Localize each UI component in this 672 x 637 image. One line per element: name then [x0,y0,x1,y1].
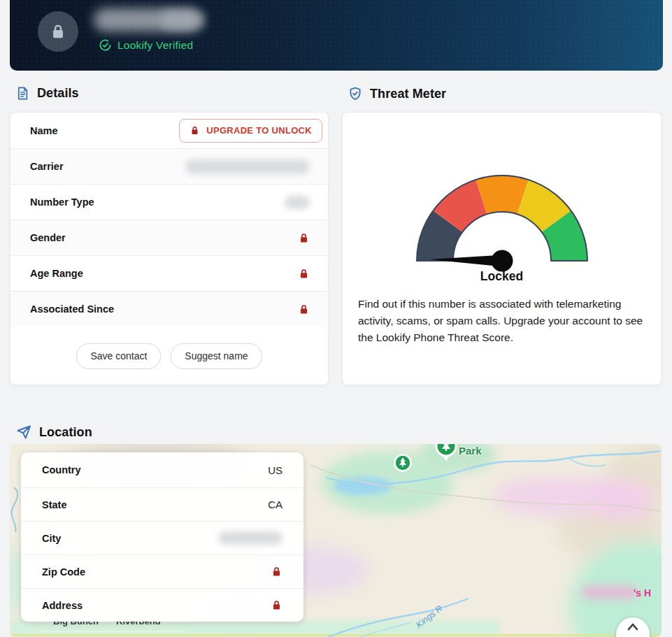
detail-label: Age Range [30,268,83,279]
lock-icon [298,232,310,244]
location-label: Zip Code [42,566,85,578]
threat-gauge [415,169,589,274]
map-blurred-area [592,479,655,521]
location-row-address: Address [21,588,303,622]
verified-label: Lookify Verified [117,39,193,52]
details-heading: Details [15,86,79,101]
location-label: State [42,499,66,510]
save-contact-button[interactable]: Save contact [76,343,161,369]
detail-row-age-range: Age Range [10,255,328,291]
document-icon [15,86,30,101]
threat-description: Find out if this number is associated wi… [358,296,649,346]
location-heading: Location [15,424,92,441]
location-title: Location [39,425,92,440]
location-row-city: City [21,521,303,554]
check-circle-icon [99,38,112,52]
upgrade-label: UPGRADE TO UNLOCK [206,125,312,136]
threat-meter-title: Threat Meter [370,87,446,101]
blurred-value [218,531,283,545]
location-label: Country [42,464,81,475]
location-card: Country US State CA City Zip Code Addres… [21,452,303,622]
detail-label: Associated Since [30,303,114,315]
details-card: Name UPGRADE TO UNLOCK Carrier Number Ty… [10,112,329,385]
detail-label: Number Type [30,196,94,208]
detail-label: Gender [30,232,66,243]
location-label: City [42,533,61,544]
map-canvas[interactable]: Park Big Bunch Riverbend Kings R 's H Co… [10,444,662,637]
detail-row-name: Name UPGRADE TO UNLOCK [10,113,328,148]
park-pin-icon[interactable] [433,444,459,463]
blurred-value [185,159,310,174]
details-actions: Save contact Suggest name [10,327,328,385]
lock-icon [271,566,283,578]
park-pin-icon[interactable] [392,452,413,473]
detail-row-gender: Gender [10,220,328,255]
profile-header: Lookify Verified [10,0,663,71]
verified-badge: Lookify Verified [99,38,193,52]
location-row-country: Country US [21,452,303,487]
lock-icon [298,268,310,280]
detail-label: Name [30,125,58,136]
location-row-zip: Zip Code [21,554,303,588]
detail-row-carrier: Carrier [10,148,328,184]
detail-label: Carrier [30,161,64,172]
lock-icon [190,125,200,136]
details-title: Details [37,86,79,101]
location-row-state: State CA [21,487,303,521]
map-label-pink-place: 's H [634,587,651,599]
blurred-place-name [582,586,638,599]
location-value: CA [268,499,283,510]
location-value: US [268,464,283,476]
lock-icon [271,599,283,611]
threat-status: Locked [343,269,661,284]
navigation-icon [15,424,32,441]
threat-meter-heading: Threat Meter [348,86,446,101]
shield-check-icon [348,86,363,101]
chevron-up-icon [626,622,640,631]
gauge-needle-hub [492,250,513,272]
lock-icon [49,22,67,41]
detail-row-number-type: Number Type [10,184,328,220]
threat-meter-card: Locked Find out if this number is associ… [342,112,662,385]
blurred-value [285,196,310,209]
upgrade-to-unlock-button[interactable]: UPGRADE TO UNLOCK [179,119,322,143]
lock-icon [298,303,310,315]
location-label: Address [42,600,83,611]
map-label-park: Park [459,445,482,457]
detail-row-associated-since: Associated Since [10,291,328,327]
avatar [38,11,78,52]
suggest-name-button[interactable]: Suggest name [171,343,262,369]
blurred-name-part [161,11,204,29]
